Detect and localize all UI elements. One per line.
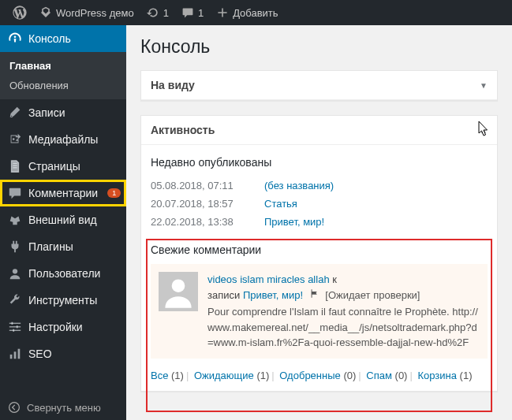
admin-topbar: WordPress демо 1 1 Добавить — [0, 0, 512, 25]
page-title: Консоль — [140, 36, 498, 58]
submenu-console: Главная Обновления — [0, 52, 126, 99]
pending-label: [Ожидает проверки] — [325, 289, 420, 301]
comment-item: videos islam miracles allah к записи При… — [151, 264, 488, 359]
recent-posts-list: 05.08.2018, 07:11(без названия) 20.07.20… — [151, 177, 488, 231]
chevron-up-icon: ▲ — [480, 126, 488, 135]
submenu-updates[interactable]: Обновления — [0, 76, 126, 95]
svg-rect-8 — [14, 351, 17, 359]
recent-comments-heading: Свежие комментарии — [151, 243, 488, 256]
admin-sidebar: Консоль Главная Обновления Записи Медиаф… — [0, 25, 126, 420]
filter-approved[interactable]: Одобренные — [279, 370, 340, 381]
menu-console[interactable]: Консоль — [0, 25, 126, 52]
menu-media[interactable]: Медиафайлы — [0, 126, 126, 153]
flag-icon — [309, 288, 320, 303]
post-title-link[interactable]: (без названия) — [264, 180, 334, 191]
comments-link[interactable]: 1 — [175, 0, 210, 25]
recent-post-row: 20.07.2018, 18:57Статья — [151, 195, 488, 213]
menu-comments[interactable]: Комментарии1 — [0, 180, 126, 206]
svg-point-0 — [13, 269, 17, 273]
svg-rect-6 — [13, 329, 14, 332]
chevron-down-icon: ▼ — [480, 81, 488, 90]
updates-link[interactable]: 1 — [140, 0, 175, 25]
menu-appearance[interactable]: Внешний вид — [0, 206, 126, 233]
recent-published-heading: Недавно опубликованы — [151, 156, 488, 169]
svg-rect-4 — [12, 322, 13, 325]
activity-header[interactable]: Активность▲ — [141, 116, 497, 145]
main-content: Консоль На виду▼ Активность▲ Недавно опу… — [126, 25, 512, 420]
post-title-link[interactable]: Привет, мир! — [264, 216, 324, 228]
svg-rect-1 — [9, 323, 21, 324]
filter-spam[interactable]: Спам — [366, 370, 392, 381]
comment-author-link[interactable]: videos islam miracles allah — [207, 273, 330, 285]
comment-post-link[interactable]: Привет, мир! — [243, 289, 303, 301]
glance-header[interactable]: На виду▼ — [141, 71, 497, 100]
comment-filters: Все (1)| Ожидающие (1)| Одобренные (0)| … — [151, 370, 488, 381]
menu-pages[interactable]: Страницы — [0, 153, 126, 180]
activity-box: Активность▲ Недавно опубликованы 05.08.2… — [140, 115, 498, 392]
comments-badge: 1 — [107, 188, 121, 198]
post-date: 20.07.2018, 18:57 — [151, 198, 245, 210]
submenu-home[interactable]: Главная — [0, 56, 126, 76]
menu-plugins[interactable]: Плагины — [0, 233, 126, 260]
collapse-menu[interactable]: Свернуть меню — [0, 395, 126, 420]
glance-box: На виду▼ — [140, 70, 498, 101]
wp-logo[interactable] — [6, 0, 33, 25]
filter-all[interactable]: Все — [151, 370, 168, 381]
recent-post-row: 22.02.2018, 13:38Привет, мир! — [151, 213, 488, 231]
post-date: 22.02.2018, 13:38 — [151, 216, 245, 228]
filter-pending[interactable]: Ожидающие — [194, 370, 254, 381]
svg-rect-5 — [17, 325, 18, 328]
menu-users[interactable]: Пользователи — [0, 260, 126, 287]
svg-rect-9 — [18, 349, 21, 359]
svg-point-10 — [9, 403, 20, 413]
filter-trash[interactable]: Корзина — [417, 370, 457, 381]
menu-seo[interactable]: SEO — [0, 340, 126, 367]
menu-tools[interactable]: Инструменты — [0, 287, 126, 314]
svg-rect-3 — [9, 330, 21, 331]
post-title-link[interactable]: Статья — [264, 198, 297, 210]
post-date: 05.08.2018, 07:11 — [151, 180, 245, 191]
add-new-link[interactable]: Добавить — [210, 0, 284, 25]
menu-posts[interactable]: Записи — [0, 99, 126, 126]
svg-rect-7 — [10, 355, 13, 359]
recent-post-row: 05.08.2018, 07:11(без названия) — [151, 177, 488, 195]
avatar — [159, 272, 198, 311]
site-name-link[interactable]: WordPress демо — [33, 0, 140, 25]
svg-rect-2 — [9, 326, 21, 327]
comment-excerpt: Pour comprendre l'Islam il faut connaîtr… — [207, 304, 480, 351]
menu-settings[interactable]: Настройки — [0, 314, 126, 340]
